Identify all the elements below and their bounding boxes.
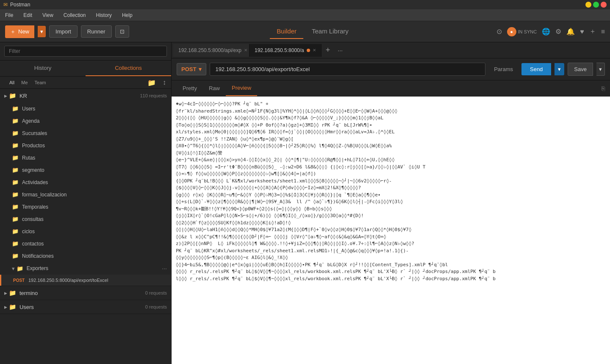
list-item[interactable]: 📁 Productos [0, 139, 171, 152]
new-button[interactable]: ＋ New [5, 25, 34, 38]
request-tab-1[interactable]: 192.168.250.5:8000/api/exp ✕ [173, 44, 250, 57]
list-item[interactable]: 📁 Rutas [0, 152, 171, 164]
item-label: ciclos [22, 229, 167, 234]
menu-history[interactable]: History [94, 11, 114, 19]
save-caret-button[interactable]: ▾ [596, 63, 605, 76]
method-select[interactable]: POST ▾ [177, 63, 206, 75]
close-button[interactable] [601, 2, 607, 8]
tab-builder[interactable]: Builder [270, 24, 303, 39]
response-tabs: Pretty Raw Preview ⎘ [172, 80, 610, 97]
search-input[interactable] [4, 46, 167, 57]
menu-edit[interactable]: Edit [22, 11, 34, 19]
heart-icon[interactable]: ♥ [580, 28, 584, 36]
folder-icon: 📁 [12, 216, 19, 222]
title-bar: ✉ Postman [0, 0, 610, 9]
list-item[interactable]: 📁 ciclos [0, 225, 171, 237]
item-label: contactos [22, 241, 167, 247]
collection-name-termino: termino [19, 290, 145, 296]
notifications-icon[interactable]: 🔔 [566, 28, 575, 36]
runner-button[interactable]: Runner [81, 25, 112, 38]
folder-icon: 📁 [12, 130, 19, 136]
response-content[interactable]: ♦w◊~4cI⌐◊◊◊◊◊◊⌐◊⌐◊◊◊?PK ┘q¨ bL" + ◊fr¨kl… [172, 97, 610, 364]
save-button[interactable]: Save [568, 63, 593, 76]
menu-collection[interactable]: Collection [62, 11, 88, 19]
tab-raw[interactable]: Raw [203, 81, 226, 96]
folder-icon: 📁 [12, 191, 19, 198]
params-button[interactable]: Params [489, 63, 518, 75]
list-item[interactable]: 📁 Sucursales [0, 127, 171, 139]
add-icon[interactable]: ＋ [589, 27, 596, 36]
tab-label: 192.168.250.5:8000/a [255, 47, 304, 53]
list-item[interactable]: 📁 Notificaciones [0, 250, 171, 262]
collection-header-users[interactable]: ▸ 📁 Users 0 requests [0, 300, 171, 314]
collection-group-termino: ▸ 📁 termino 0 requests [0, 286, 171, 300]
list-item-exporters[interactable]: ▾ 📁 Exporters ··· [0, 262, 171, 275]
collection-name-kr: KR [19, 93, 140, 99]
new-caret-button[interactable]: ▾ [38, 26, 46, 37]
settings-icon[interactable]: ⚙ [555, 28, 561, 36]
list-item[interactable]: 📁 Actividades [0, 176, 171, 188]
window-controls [585, 2, 607, 8]
sidebar-tab-history[interactable]: History [0, 61, 86, 76]
url-input[interactable] [210, 63, 485, 76]
toolbar-action-button[interactable]: ⊡ [115, 25, 129, 38]
sidebar-tab-collections[interactable]: Collections [86, 61, 171, 76]
menu-file[interactable]: File [3, 11, 15, 19]
collection-header-termino[interactable]: ▸ 📁 termino 0 requests [0, 286, 171, 300]
app-title: Postman [10, 2, 585, 8]
folder-icon: ▸ 📁 [4, 290, 16, 296]
more-options-icon[interactable]: ··· [162, 265, 167, 272]
list-item[interactable]: 📁 Users [0, 102, 171, 115]
sync-icon: ● [507, 27, 516, 36]
list-item[interactable]: 📁 segmento [0, 164, 171, 176]
list-item[interactable]: 📁 formas_localizacion [0, 188, 171, 201]
new-folder-button[interactable]: 📁 [146, 77, 158, 88]
post-item-active[interactable]: POST 192.168.250.5:8000/api/export/toExc… [0, 275, 171, 286]
menu-view[interactable]: View [41, 11, 55, 19]
tab-team-library[interactable]: Team Library [305, 24, 355, 39]
url-bar: POST ▾ Params Send ▾ Save ▾ [172, 58, 610, 80]
filter-all[interactable]: All [8, 79, 16, 86]
filter-team[interactable]: Team [33, 79, 48, 86]
tab-pretty[interactable]: Pretty [177, 81, 203, 96]
endpoint-url: 192.168.250.5:8000/api/export/toExcel [28, 278, 167, 283]
sort-button[interactable]: ↕ [161, 77, 168, 88]
menu-help[interactable]: Help [120, 11, 134, 19]
minimize-button[interactable] [585, 2, 591, 8]
send-button[interactable]: Send [521, 63, 551, 75]
menu-bar: File Edit View Collection History Help [0, 9, 610, 21]
list-item[interactable]: 📁 consultas [0, 213, 171, 225]
tab-preview[interactable]: Preview [226, 80, 257, 96]
list-item[interactable]: 📁 Temporales [0, 201, 171, 213]
send-caret-button[interactable]: ▾ [555, 63, 564, 75]
menu-icon[interactable]: ≡ [601, 28, 605, 36]
folder-icon: ▾ 📁 [12, 265, 23, 272]
folder-icon: 📁 [12, 154, 19, 161]
tab-close-button[interactable]: ✕ [244, 48, 247, 52]
import-button[interactable]: Import [49, 25, 78, 38]
collection-count-kr: 110 requests [140, 93, 167, 98]
folder-icon: 📁 [12, 228, 19, 234]
list-item[interactable]: 📁 Agenda [0, 115, 171, 127]
copy-response-button[interactable]: ⎘ [602, 85, 605, 92]
maximize-button[interactable] [593, 2, 599, 8]
sidebar: History Collections All Me Team 📁 ↕ ▸ 📁 … [0, 42, 172, 364]
item-label: Rutas [22, 155, 167, 161]
filter-me[interactable]: Me [19, 79, 29, 86]
collection-header-kr[interactable]: ▸ 📁 KR 110 requests [0, 89, 171, 102]
tab-close-button[interactable]: ✕ [313, 48, 316, 52]
more-tabs-button[interactable]: ··· [334, 45, 346, 55]
app-icon: ✉ [3, 2, 8, 8]
collection-count-users: 0 requests [145, 304, 167, 309]
add-tab-button[interactable]: + [322, 44, 335, 56]
globe-icon[interactable]: 🌐 [542, 28, 550, 36]
request-tab-2[interactable]: 192.168.250.5:8000/a ✕ [250, 44, 322, 57]
folder-icon: 📁 [12, 118, 19, 124]
method-caret-icon: ▾ [199, 66, 202, 72]
folder-icon: 📁 [12, 179, 19, 185]
interceptor-icon[interactable]: ⊙ [496, 28, 502, 36]
folder-icon: 📁 [12, 240, 19, 247]
item-label: Sucursales [22, 130, 167, 136]
list-item[interactable]: 📁 contactos [0, 237, 171, 250]
folder-icon: 📁 [12, 142, 19, 149]
